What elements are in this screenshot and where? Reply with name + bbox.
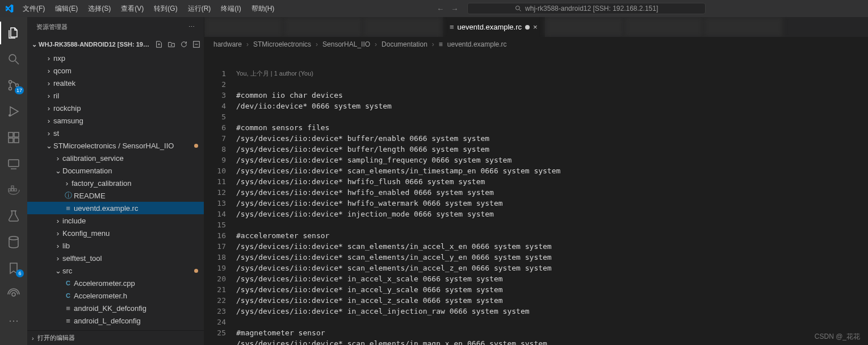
folder-label: st [53, 129, 59, 138]
watermark: CSDN @_花花 [815, 332, 860, 342]
svg-rect-9 [9, 138, 13, 143]
tab-hidden-4[interactable] [545, 17, 624, 37]
activity-live[interactable] [0, 283, 27, 306]
modified-dot-icon [194, 269, 198, 273]
tab-ueventd[interactable]: ≡ ueventd.example.rc × [443, 17, 545, 37]
svg-point-19 [12, 293, 15, 296]
folder-st[interactable]: ›st [27, 127, 204, 139]
folder-stmicro[interactable]: ⌄STMicroelectronics / SensorHAL_IIO [27, 139, 204, 152]
svg-point-4 [9, 81, 12, 84]
new-folder-icon[interactable] [167, 40, 175, 48]
folder-include[interactable]: ›include [27, 214, 204, 227]
activity-scm[interactable]: 17 [0, 74, 27, 97]
file-android-kk[interactable]: ≡android_KK_defconfig [27, 302, 204, 314]
activity-remote[interactable] [0, 152, 27, 175]
debug-icon [7, 105, 20, 118]
svg-line-3 [15, 61, 19, 64]
activity-bookmark[interactable]: 6 [0, 257, 27, 280]
menu-help[interactable]: 帮助(H) [247, 2, 279, 16]
file-android-l[interactable]: ≡android_L_defconfig [27, 314, 204, 327]
tab-hidden-6[interactable] [704, 17, 783, 37]
activity-docker[interactable] [0, 178, 27, 201]
chevron-down-icon: ⌄ [44, 142, 53, 150]
vscode-icon [5, 4, 14, 13]
chevron-right-icon: › [44, 66, 53, 75]
nav-back-icon[interactable]: ← [437, 5, 444, 13]
code-content[interactable]: You, 上个月 | 1 author (You) #common iio ch… [236, 57, 868, 345]
tab-hidden-3[interactable] [363, 17, 443, 37]
folder-documentation[interactable]: ⌄Documentation [27, 164, 204, 177]
breadcrumb-item[interactable]: ueventd.example.rc [447, 40, 507, 48]
menu-goto[interactable]: 转到(G) [149, 2, 182, 16]
folder-factory-calibration[interactable]: ›factory_calibration [27, 177, 204, 189]
tab-hidden-1[interactable] [204, 17, 284, 37]
activity-more[interactable]: ⋯ [0, 309, 27, 332]
nav-forward-icon[interactable]: → [451, 5, 458, 13]
breadcrumbs[interactable]: hardware› STMicroelectronics› SensorHAL_… [204, 37, 868, 52]
activity-database[interactable] [0, 231, 27, 253]
file-accel-cpp[interactable]: CAccelerometer.cpp [27, 277, 204, 289]
menu-file[interactable]: 文件(F) [18, 2, 49, 16]
folder-calibration-service[interactable]: ›calibration_service [27, 152, 204, 164]
folder-qcom[interactable]: ›qcom [27, 64, 204, 77]
list-icon: ≡ [62, 317, 74, 325]
svg-point-5 [9, 88, 12, 90]
breadcrumb-item[interactable]: Documentation [381, 40, 427, 48]
activity-search[interactable] [0, 48, 27, 70]
folder-kconfig-menu[interactable]: ›Kconfig_menu [27, 227, 204, 239]
file-ueventd[interactable]: ≡ueventd.example.rc [27, 202, 204, 214]
folder-label: factory_calibration [72, 179, 132, 188]
activity-extensions[interactable] [0, 126, 27, 149]
folder-nxp[interactable]: ›nxp [27, 52, 204, 64]
folder-lib[interactable]: ›lib [27, 239, 204, 252]
menu-terminal[interactable]: 终端(I) [216, 2, 245, 16]
file-label: ueventd.example.rc [74, 204, 138, 213]
collapse-icon[interactable] [192, 40, 200, 48]
folder-samsung[interactable]: ›samsung [27, 114, 204, 127]
list-icon: ≡ [439, 40, 443, 48]
refresh-icon[interactable] [180, 40, 188, 48]
chevron-down-icon: ⌄ [53, 267, 62, 275]
folder-rockchip[interactable]: ›rockchip [27, 102, 204, 114]
folder-label: STMicroelectronics / SensorHAL_IIO [53, 142, 174, 150]
folder-src[interactable]: ⌄src [27, 264, 204, 277]
folder-label: include [62, 217, 86, 225]
activity-testing[interactable] [0, 205, 27, 227]
c-file-icon: C [62, 292, 74, 299]
folder-ril[interactable]: ›ril [27, 89, 204, 102]
file-label: Accelerometer.cpp [74, 279, 135, 288]
folder-label: Kconfig_menu [62, 229, 110, 238]
project-header[interactable]: ⌄ WHJ-RK3588-ANDROID12 [SSH: 19… [27, 37, 204, 52]
breadcrumb-item[interactable]: STMicroelectronics [253, 40, 311, 48]
breadcrumb-item[interactable]: hardware [213, 40, 242, 48]
tab-hidden-5[interactable] [624, 17, 704, 37]
activity-run-debug[interactable] [0, 100, 27, 123]
tab-hidden-2[interactable] [284, 17, 363, 37]
menu-edit[interactable]: 编辑(E) [51, 2, 82, 16]
list-icon: ≡ [62, 204, 74, 213]
explorer-sidebar: 资源管理器 ⋯ ⌄ WHJ-RK3588-ANDROID12 [SSH: 19…… [27, 17, 204, 345]
editor-body[interactable]: 1234567891011121314151617181920212223242… [204, 52, 868, 345]
menu-run[interactable]: 运行(R) [183, 2, 216, 16]
activity-explorer[interactable] [0, 22, 27, 44]
folder-selftest-tool[interactable]: ›selftest_tool [27, 252, 204, 264]
command-center[interactable]: whj-rk3588-android12 [SSH: 192.168.2.151… [467, 3, 706, 14]
more-icon: ⋯ [9, 314, 19, 327]
tab-bar: ≡ ueventd.example.rc × [204, 17, 868, 37]
svg-point-18 [9, 236, 18, 240]
file-accel-h[interactable]: CAccelerometer.h [27, 289, 204, 302]
menu-view[interactable]: 查看(V) [116, 2, 148, 16]
new-file-icon[interactable] [155, 40, 163, 48]
explorer-more-icon[interactable]: ⋯ [188, 23, 195, 31]
folder-realtek[interactable]: ›realtek [27, 77, 204, 89]
open-editors-section[interactable]: › 打开的编辑器 [27, 330, 204, 345]
breadcrumb-item[interactable]: SensorHAL_IIO [322, 40, 370, 48]
file-readme[interactable]: ⓘREADME [27, 189, 204, 202]
editor-area: ≡ ueventd.example.rc × hardware› STMicro… [204, 17, 868, 345]
beaker-icon [7, 209, 20, 223]
codelens[interactable]: You, 上个月 | 1 author (You) [236, 68, 868, 79]
close-icon[interactable]: × [533, 23, 538, 31]
chevron-right-icon: › [44, 117, 53, 125]
menu-select[interactable]: 选择(S) [83, 2, 115, 16]
modified-dot-icon [194, 144, 198, 148]
